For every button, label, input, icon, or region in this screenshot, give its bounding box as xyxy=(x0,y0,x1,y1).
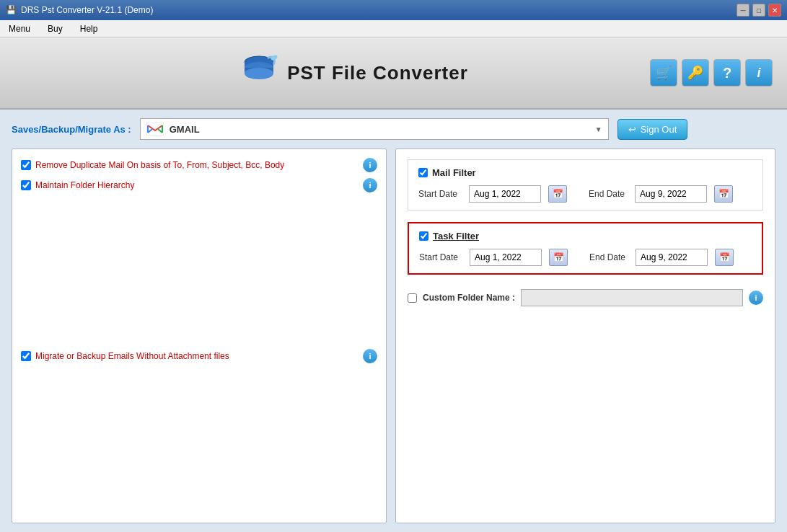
custom-folder-info-badge[interactable]: i xyxy=(749,291,763,305)
saves-row: Saves/Backup/Migrate As : GMAIL ▼ ↩ Sign… xyxy=(12,118,775,140)
header-center: PST File Converter xyxy=(239,53,468,92)
custom-folder-checkbox[interactable] xyxy=(408,293,417,303)
option-info-badge-2[interactable]: i xyxy=(363,178,377,192)
task-filter-section: Task Filter Start Date 📅 End Date 📅 xyxy=(408,222,763,275)
option-checkbox-2[interactable] xyxy=(21,180,31,190)
dropdown-arrow-icon: ▼ xyxy=(595,125,602,133)
mail-end-calendar-button[interactable]: 📅 xyxy=(714,185,733,203)
window-title: DRS Pst Converter V-21.1 (Demo) xyxy=(21,5,153,15)
cart-icon-button[interactable]: 🛒 xyxy=(650,59,677,87)
option-checkbox-1[interactable] xyxy=(21,160,31,170)
mail-filter-section: Mail Filter Start Date 📅 End Date 📅 xyxy=(408,159,763,210)
task-start-date-label: Start Date xyxy=(419,252,462,262)
panels-area: Remove Duplicate Mail On basis of To, Fr… xyxy=(12,148,775,523)
task-end-date-input[interactable] xyxy=(636,249,708,266)
option-row-2: Maintain Folder Hierarchy i xyxy=(21,178,377,192)
option-label-2[interactable]: Maintain Folder Hierarchy xyxy=(35,180,134,190)
mail-filter-header: Mail Filter xyxy=(418,167,752,178)
mail-filter-checkbox[interactable] xyxy=(418,168,428,177)
task-end-date-group: End Date 📅 xyxy=(589,249,734,266)
right-panel-spacer xyxy=(408,318,763,513)
header-title: PST File Converter xyxy=(287,62,468,84)
key-icon-button[interactable]: 🔑 xyxy=(682,59,709,87)
header-icons: 🛒 🔑 ? i xyxy=(650,59,773,87)
custom-folder-label: Custom Folder Name : xyxy=(423,293,515,303)
right-panel: Mail Filter Start Date 📅 End Date 📅 xyxy=(395,148,775,523)
minimize-button[interactable]: ─ xyxy=(737,4,749,17)
task-filter-row: Start Date 📅 End Date 📅 xyxy=(419,249,752,266)
mail-filter-row: Start Date 📅 End Date 📅 xyxy=(418,185,752,203)
task-start-date-input[interactable] xyxy=(470,249,542,266)
close-button[interactable]: ✕ xyxy=(768,4,781,17)
task-filter-title: Task Filter xyxy=(433,231,479,241)
saves-selected-value: GMAIL xyxy=(170,124,200,135)
menu-item-menu[interactable]: Menu xyxy=(6,22,33,35)
option-checkbox-3[interactable] xyxy=(21,351,31,361)
saves-label: Saves/Backup/Migrate As : xyxy=(12,124,131,135)
mail-end-date-input[interactable] xyxy=(635,185,707,203)
mail-start-calendar-button[interactable]: 📅 xyxy=(548,185,567,203)
mail-start-date-input[interactable] xyxy=(469,185,541,203)
mail-end-date-label: End Date xyxy=(589,189,625,199)
option-label-3[interactable]: Migrate or Backup Emails Without Attachm… xyxy=(35,351,229,361)
gmail-logo-icon xyxy=(146,123,164,136)
sign-out-button[interactable]: ↩ Sign Out xyxy=(617,119,688,140)
app-header: PST File Converter 🛒 🔑 ? i xyxy=(0,37,787,110)
custom-folder-name-input[interactable] xyxy=(521,289,743,306)
title-bar: 💾 DRS Pst Converter V-21.1 (Demo) ─ □ ✕ xyxy=(0,0,787,20)
saves-dropdown[interactable]: GMAIL ▼ xyxy=(140,118,609,140)
left-panel: Remove Duplicate Mail On basis of To, Fr… xyxy=(12,148,387,523)
info-icon-button[interactable]: i xyxy=(745,59,773,87)
mail-end-date-group: End Date 📅 xyxy=(589,185,733,203)
sign-out-arrow-icon: ↩ xyxy=(628,124,636,135)
mail-start-date-label: Start Date xyxy=(418,189,462,199)
menu-item-help[interactable]: Help xyxy=(77,22,101,35)
help-icon-button[interactable]: ? xyxy=(713,59,741,87)
option-row-3: Migrate or Backup Emails Without Attachm… xyxy=(21,349,377,363)
title-bar-title: 💾 DRS Pst Converter V-21.1 (Demo) xyxy=(6,5,153,15)
task-end-date-label: End Date xyxy=(589,252,625,262)
custom-folder-row: Custom Folder Name : i xyxy=(408,289,763,306)
svg-point-5 xyxy=(245,68,273,79)
task-filter-checkbox[interactable] xyxy=(419,231,428,241)
title-bar-controls[interactable]: ─ □ ✕ xyxy=(737,4,781,17)
task-end-calendar-button[interactable]: 📅 xyxy=(715,249,734,266)
menu-item-buy[interactable]: Buy xyxy=(45,22,66,35)
option-info-badge-1[interactable]: i xyxy=(363,158,377,172)
option-row-1: Remove Duplicate Mail On basis of To, Fr… xyxy=(21,158,377,172)
pst-logo-icon xyxy=(239,53,278,92)
app-icon: 💾 xyxy=(6,5,17,15)
option-info-badge-3[interactable]: i xyxy=(363,349,377,363)
option-label-1[interactable]: Remove Duplicate Mail On basis of To, Fr… xyxy=(35,160,284,170)
task-start-calendar-button[interactable]: 📅 xyxy=(549,249,568,266)
maximize-button[interactable]: □ xyxy=(752,4,765,17)
menu-bar: Menu Buy Help xyxy=(0,20,787,37)
task-filter-header: Task Filter xyxy=(419,231,752,241)
svg-rect-7 xyxy=(146,123,164,136)
mail-filter-title: Mail Filter xyxy=(432,167,476,178)
sign-out-label: Sign Out xyxy=(641,124,677,135)
main-content: Saves/Backup/Migrate As : GMAIL ▼ ↩ Sign… xyxy=(0,110,787,532)
